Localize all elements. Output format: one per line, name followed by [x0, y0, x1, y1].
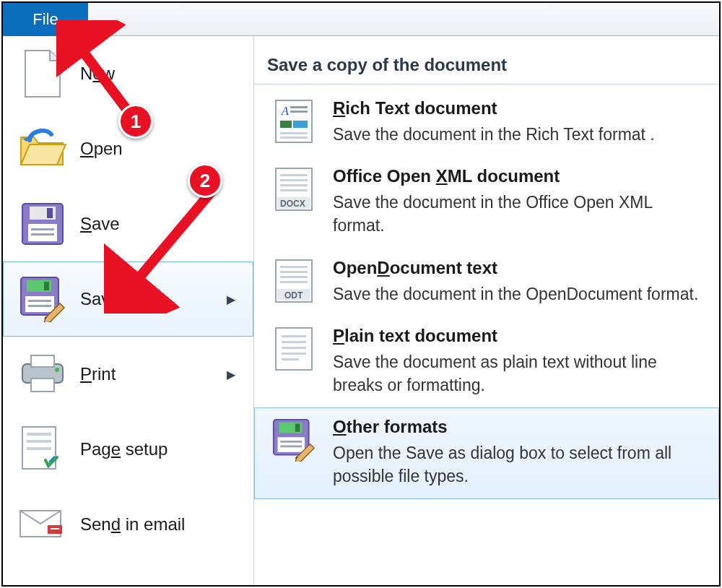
- svg-rect-10: [28, 300, 51, 302]
- svg-rect-22: [51, 528, 59, 529]
- sub-item-other-formats[interactable]: Other formats Open the Save as dialog bo…: [254, 407, 719, 498]
- sub-item-rtf[interactable]: A Rich Text document Save the document i…: [254, 89, 719, 157]
- app-window: File New: [1, 1, 721, 587]
- sub-item-docx-title: Office Open XML document: [333, 166, 705, 186]
- svg-rect-27: [280, 121, 292, 128]
- svg-rect-2: [47, 208, 53, 218]
- sub-item-rtf-title: Rich Text document: [333, 98, 705, 118]
- other-formats-icon: [271, 417, 317, 463]
- svg-rect-42: [280, 281, 308, 283]
- svg-rect-3: [28, 224, 57, 241]
- submenu-list: A Rich Text document Save the document i…: [254, 85, 719, 499]
- sub-item-odt-desc: Save the document in the OpenDocument fo…: [333, 282, 705, 306]
- annotation-callout-2: 2: [188, 163, 222, 198]
- svg-text:A: A: [281, 105, 289, 117]
- svg-text:ODT: ODT: [284, 290, 303, 301]
- svg-rect-29: [280, 132, 308, 134]
- svg-rect-14: [31, 379, 54, 392]
- svg-rect-4: [31, 228, 54, 230]
- save-as-submenu: Save a copy of the document A: [254, 36, 719, 585]
- sub-item-odt-title: OpenDocument text: [333, 258, 705, 278]
- svg-rect-50: [282, 358, 299, 360]
- sub-item-txt-desc: Save the document as plain text without …: [333, 350, 705, 397]
- svg-rect-30: [280, 137, 308, 139]
- svg-rect-26: [290, 111, 308, 113]
- sub-item-other-desc: Open the Save as dialog box to select fr…: [333, 441, 705, 488]
- menu-item-open-label: Open: [80, 139, 241, 159]
- svg-rect-33: [280, 179, 308, 181]
- menu-item-print-label: Print: [80, 364, 227, 384]
- sub-item-txt-title: Plain text document: [333, 326, 705, 346]
- sub-item-docx-desc: Save the document in the Office Open XML…: [333, 191, 705, 237]
- svg-rect-34: [280, 184, 308, 186]
- sub-item-docx[interactable]: DOCX Office Open XML document Save the d…: [254, 157, 719, 248]
- rtf-file-icon: A: [271, 98, 317, 144]
- svg-rect-41: [280, 276, 308, 278]
- svg-rect-40: [280, 271, 308, 273]
- sub-item-txt[interactable]: Plain text document Save the document as…: [254, 316, 719, 407]
- svg-rect-32: [280, 174, 308, 176]
- send-email-icon: [17, 498, 69, 550]
- menu-item-page-setup-label: Page setup: [80, 439, 241, 459]
- svg-rect-19: [27, 447, 51, 450]
- svg-rect-53: [295, 424, 300, 432]
- svg-rect-8: [44, 282, 49, 290]
- svg-rect-49: [282, 353, 306, 355]
- svg-rect-56: [280, 446, 302, 448]
- save-as-floppy-icon: [17, 273, 69, 325]
- odt-file-icon: ODT: [271, 258, 317, 304]
- svg-rect-17: [27, 433, 51, 436]
- svg-rect-47: [282, 341, 306, 343]
- svg-rect-46: [282, 335, 306, 337]
- menu-item-page-setup[interactable]: Page setup: [3, 412, 253, 487]
- menu-item-send-email-label: Send in email: [80, 514, 241, 535]
- svg-rect-39: [280, 266, 308, 268]
- svg-rect-5: [31, 233, 54, 235]
- sub-item-other-title: Other formats: [333, 417, 705, 437]
- svg-point-15: [55, 368, 59, 372]
- svg-rect-54: [278, 437, 305, 452]
- svg-rect-18: [27, 440, 51, 443]
- svg-rect-25: [290, 106, 308, 108]
- sub-item-odt[interactable]: ODT OpenDocument text Save the document …: [254, 248, 719, 316]
- svg-rect-11: [28, 305, 51, 307]
- svg-rect-48: [282, 347, 306, 349]
- svg-rect-9: [25, 296, 54, 312]
- submenu-arrow-icon: ▶: [227, 368, 235, 381]
- page-setup-icon: [17, 423, 69, 475]
- menu-item-print[interactable]: Print ▶: [3, 337, 253, 412]
- svg-rect-35: [280, 189, 308, 191]
- save-floppy-icon: [17, 198, 69, 250]
- print-icon: [17, 348, 69, 400]
- svg-rect-55: [280, 441, 302, 443]
- menu-item-send-email[interactable]: Send in email: [3, 487, 253, 562]
- svg-rect-28: [293, 121, 308, 128]
- docx-file-icon: DOCX: [271, 166, 317, 212]
- svg-text:DOCX: DOCX: [280, 199, 305, 209]
- annotation-arrow-2: [104, 169, 241, 314]
- svg-rect-13: [31, 355, 54, 367]
- sub-item-rtf-desc: Save the document in the Rich Text forma…: [333, 123, 705, 146]
- submenu-title: Save a copy of the document: [254, 36, 719, 85]
- svg-line-58: [129, 191, 212, 290]
- txt-file-icon: [271, 326, 317, 372]
- annotation-callout-1: 1: [118, 104, 153, 139]
- file-tab-label: File: [32, 10, 58, 29]
